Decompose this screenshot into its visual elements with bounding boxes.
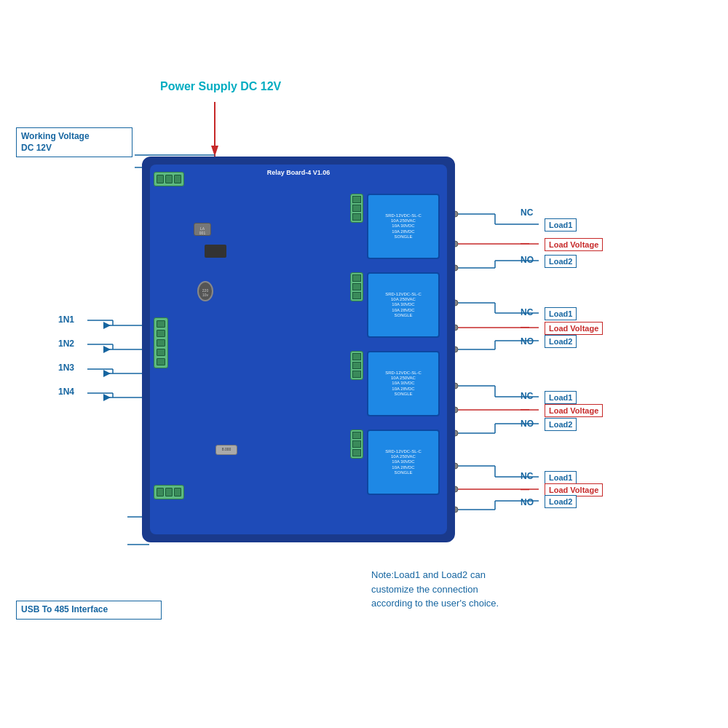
relay-3-label: SRD-12VDC-SL-C10A 250VAC10A 30VDC10A 28V… <box>385 371 422 397</box>
crystal: 8.000 <box>215 445 237 455</box>
svg-marker-1 <box>211 146 218 157</box>
diagram-container: Relay Board-4 V1.06 SRD-12VDC-SL-C10A 25… <box>0 0 728 728</box>
svg-marker-20 <box>103 370 111 377</box>
relay-3: SRD-12VDC-SL-C10A 250VAC10A 30VDC10A 28V… <box>367 351 440 416</box>
working-voltage-box: Working Voltage DC 12V <box>16 127 132 157</box>
relay-2-label: SRD-12VDC-SL-C10A 250VAC10A 30VDC10A 28V… <box>385 292 422 318</box>
relay-4: SRD-12VDC-SL-C10A 250VAC10A 30VDC10A 28V… <box>367 430 440 495</box>
nc-text-r3: NC <box>521 391 533 401</box>
load2-tag-r3: Load2 <box>545 418 577 431</box>
power-terminal-board <box>154 172 184 186</box>
no-text-r1: NO <box>521 255 534 265</box>
no-text-r3: NO <box>521 419 534 429</box>
nc-text-r4: NC <box>521 471 533 481</box>
relay-1-label: SRD-12VDC-SL-C10A 250VAC10A 30VDC10A 28V… <box>385 213 422 240</box>
capacitor: 22010v <box>197 281 213 301</box>
power-supply-label: Power Supply DC 12V <box>160 80 281 93</box>
relay3-output-tb <box>350 351 363 380</box>
relay-4-label: SRD-12VDC-SL-C10A 250VAC10A 30VDC10A 28V… <box>385 449 422 475</box>
in-terminal-board <box>154 317 168 368</box>
pcb-board: Relay Board-4 V1.06 SRD-12VDC-SL-C10A 25… <box>142 157 455 542</box>
note-text: Note:Load1 and Load2 can customize the c… <box>371 568 499 611</box>
load-voltage-tag-r2: Load Voltage <box>545 322 603 335</box>
usb-interface-box: USB To 485 Interface <box>16 601 162 620</box>
board-inner: Relay Board-4 V1.06 SRD-12VDC-SL-C10A 25… <box>150 165 447 534</box>
relay-1: SRD-12VDC-SL-C10A 250VAC10A 30VDC10A 28V… <box>367 194 440 259</box>
load2-tag-r4: Load2 <box>545 495 577 508</box>
lv-text-r1: — <box>521 238 529 248</box>
nc-text-r1: NC <box>521 207 533 218</box>
relay-2: SRD-12VDC-SL-C10A 250VAC10A 30VDC10A 28V… <box>367 272 440 338</box>
bottom-terminal-board <box>154 485 184 499</box>
relay2-output-tb <box>350 272 363 301</box>
in1-label: 1N1 <box>58 314 74 325</box>
load1-tag-r1: Load1 <box>545 218 577 232</box>
nc-text-r2: NC <box>521 307 533 317</box>
load-voltage-tag-r1: Load Voltage <box>545 238 603 251</box>
inductor: LA001 <box>194 223 211 236</box>
load2-tag-r2: Load2 <box>545 335 577 348</box>
svg-marker-18 <box>103 322 111 329</box>
load1-tag-r2: Load1 <box>545 307 577 320</box>
load1-tag-r3: Load1 <box>545 391 577 404</box>
no-text-r2: NO <box>521 336 534 347</box>
load2-tag-r1: Load2 <box>545 255 577 268</box>
ic-chip <box>205 245 226 258</box>
in3-label: 1N3 <box>58 363 74 373</box>
in2-label: 1N2 <box>58 339 74 349</box>
board-label: Relay Board-4 V1.06 <box>267 169 331 176</box>
lv-text-r3: — <box>521 404 529 414</box>
load1-tag-r4: Load1 <box>545 471 577 484</box>
svg-marker-21 <box>103 394 111 401</box>
relay1-output-tb <box>350 194 363 223</box>
load-voltage-tag-r3: Load Voltage <box>545 404 603 417</box>
svg-marker-19 <box>103 346 111 353</box>
lv-text-r2: — <box>521 322 529 332</box>
usb-interface-text: USB To 485 Interface <box>21 604 108 614</box>
lv-text-r4: — <box>521 484 529 494</box>
no-text-r4: NO <box>521 497 534 507</box>
in4-label: 1N4 <box>58 387 74 397</box>
working-voltage-text: Working Voltage DC 12V <box>21 131 90 153</box>
relay4-output-tb <box>350 430 363 459</box>
